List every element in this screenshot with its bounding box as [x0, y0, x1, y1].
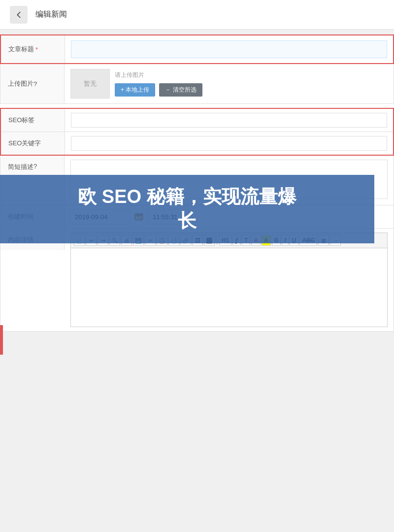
seo-tag-row: SEO标签 [1, 109, 393, 132]
page-wrapper: 编辑新闻 文章标题 * 上传图片 ? 暂无 请上传图 [0, 0, 394, 332]
upload-hint: 请上传图片 [115, 71, 202, 79]
seo-section: SEO标签 SEO关键字 [0, 108, 394, 156]
image-preview: 暂无 [70, 69, 110, 99]
seo-keyword-content [65, 132, 393, 155]
seo-tag-content [65, 109, 393, 132]
upload-image-row: 上传图片 ? 暂无 请上传图片 + 本地上传 － 清空所选 [0, 64, 394, 104]
editor-content: 📄 ↩ ↪ 🔍 🖨 💾 ✂ 📋 📑 🔗 🖼 ⬛ H1 ƒ T [65, 229, 394, 331]
content-detail-row: 内容详情 📄 ↩ ↪ 🔍 🖨 💾 ✂ 📋 📑 🔗 🖼 ⬛ [0, 229, 394, 332]
required-marker: * [35, 46, 38, 53]
seo-keyword-input[interactable] [71, 136, 387, 151]
page-title: 编辑新闻 [35, 9, 67, 20]
back-button[interactable] [10, 6, 28, 24]
upload-image-content: 暂无 请上传图片 + 本地上传 － 清空所选 [65, 64, 394, 103]
article-title-label: 文章标题 * [1, 35, 65, 63]
seo-keyword-row: SEO关键字 [1, 132, 393, 155]
seo-keyword-label: SEO关键字 [1, 132, 65, 155]
short-desc-help-icon[interactable]: ? [33, 163, 37, 170]
seo-tag-input[interactable] [71, 113, 387, 128]
local-upload-button[interactable]: + 本地上传 [115, 83, 155, 97]
upload-buttons: + 本地上传 － 清空所选 [115, 83, 202, 97]
seo-tag-label: SEO标签 [1, 109, 65, 132]
overlay-banner: 欧 SEO 秘籍，实现流量爆 长 [0, 175, 374, 243]
upload-image-label: 上传图片 ? [0, 64, 65, 103]
upload-controls: 请上传图片 + 本地上传 － 清空所选 [115, 71, 202, 97]
clear-selection-button[interactable]: － 清空所选 [159, 83, 202, 97]
article-title-content [65, 35, 393, 63]
left-red-indicator [0, 325, 3, 355]
upload-help-icon[interactable]: ? [33, 80, 37, 88]
editor-body[interactable] [70, 248, 388, 327]
article-title-input[interactable] [71, 40, 387, 58]
header-bar: 编辑新闻 [0, 0, 394, 30]
article-title-row: 文章标题 * [0, 34, 394, 64]
